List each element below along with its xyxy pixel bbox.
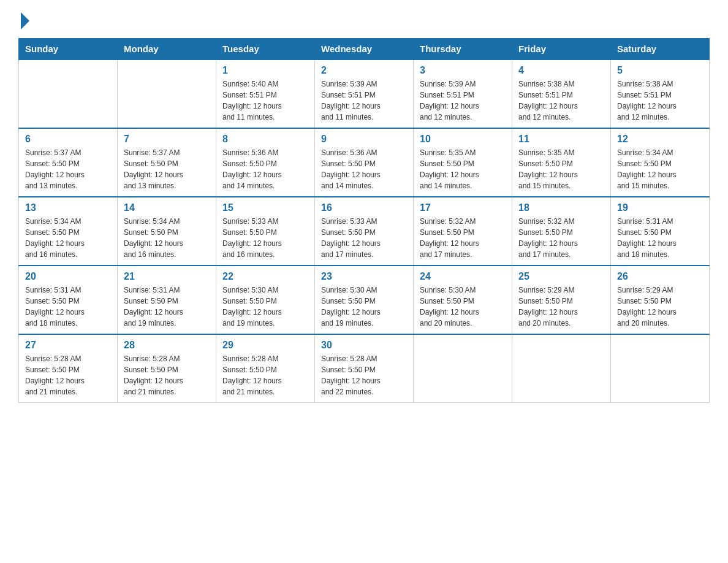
calendar-cell: 6Sunrise: 5:37 AMSunset: 5:50 PMDaylight… (19, 128, 118, 197)
calendar-cell: 19Sunrise: 5:31 AMSunset: 5:50 PMDayligh… (611, 197, 710, 266)
day-number: 21 (124, 271, 210, 282)
calendar-cell (118, 59, 216, 128)
day-number: 13 (25, 202, 111, 213)
day-info: Sunrise: 5:31 AMSunset: 5:50 PMDaylight:… (25, 285, 111, 329)
day-info: Sunrise: 5:30 AMSunset: 5:50 PMDaylight:… (420, 285, 506, 329)
calendar-cell: 27Sunrise: 5:28 AMSunset: 5:50 PMDayligh… (19, 334, 118, 403)
calendar-cell: 22Sunrise: 5:30 AMSunset: 5:50 PMDayligh… (216, 266, 315, 334)
day-info: Sunrise: 5:32 AMSunset: 5:50 PMDaylight:… (420, 216, 506, 260)
day-number: 3 (420, 65, 506, 76)
calendar-cell: 14Sunrise: 5:34 AMSunset: 5:50 PMDayligh… (118, 197, 216, 266)
day-number: 25 (518, 271, 604, 282)
day-info: Sunrise: 5:30 AMSunset: 5:50 PMDaylight:… (321, 285, 407, 329)
day-info: Sunrise: 5:38 AMSunset: 5:51 PMDaylight:… (518, 79, 604, 123)
day-info: Sunrise: 5:40 AMSunset: 5:51 PMDaylight:… (222, 79, 308, 123)
calendar-cell: 3Sunrise: 5:39 AMSunset: 5:51 PMDaylight… (414, 59, 512, 128)
calendar-cell: 8Sunrise: 5:36 AMSunset: 5:50 PMDaylight… (216, 128, 315, 197)
day-of-week-header: Sunday (19, 39, 118, 60)
calendar-cell: 12Sunrise: 5:34 AMSunset: 5:50 PMDayligh… (611, 128, 710, 197)
day-number: 4 (518, 65, 604, 76)
day-info: Sunrise: 5:35 AMSunset: 5:50 PMDaylight:… (420, 147, 506, 191)
day-info: Sunrise: 5:34 AMSunset: 5:50 PMDaylight:… (124, 216, 210, 260)
calendar-week-row: 1Sunrise: 5:40 AMSunset: 5:51 PMDaylight… (19, 59, 710, 128)
page-header (18, 12, 710, 32)
calendar-cell: 16Sunrise: 5:33 AMSunset: 5:50 PMDayligh… (315, 197, 414, 266)
day-number: 5 (617, 65, 703, 76)
day-of-week-header: Friday (512, 39, 611, 60)
day-number: 19 (617, 202, 703, 213)
calendar-cell: 13Sunrise: 5:34 AMSunset: 5:50 PMDayligh… (19, 197, 118, 266)
day-number: 24 (420, 271, 506, 282)
day-number: 17 (420, 202, 506, 213)
calendar-cell: 28Sunrise: 5:28 AMSunset: 5:50 PMDayligh… (118, 334, 216, 403)
calendar-week-row: 13Sunrise: 5:34 AMSunset: 5:50 PMDayligh… (19, 197, 710, 266)
day-info: Sunrise: 5:35 AMSunset: 5:50 PMDaylight:… (518, 147, 604, 191)
day-info: Sunrise: 5:29 AMSunset: 5:50 PMDaylight:… (617, 285, 703, 329)
day-info: Sunrise: 5:37 AMSunset: 5:50 PMDaylight:… (124, 147, 210, 191)
day-info: Sunrise: 5:29 AMSunset: 5:50 PMDaylight:… (518, 285, 604, 329)
calendar-cell: 10Sunrise: 5:35 AMSunset: 5:50 PMDayligh… (414, 128, 512, 197)
day-of-week-header: Monday (118, 39, 216, 60)
day-info: Sunrise: 5:34 AMSunset: 5:50 PMDaylight:… (25, 216, 111, 260)
day-info: Sunrise: 5:33 AMSunset: 5:50 PMDaylight:… (321, 216, 407, 260)
calendar-cell: 17Sunrise: 5:32 AMSunset: 5:50 PMDayligh… (414, 197, 512, 266)
day-number: 7 (124, 134, 210, 145)
calendar-cell: 7Sunrise: 5:37 AMSunset: 5:50 PMDaylight… (118, 128, 216, 197)
day-number: 29 (222, 340, 308, 351)
day-info: Sunrise: 5:28 AMSunset: 5:50 PMDaylight:… (25, 353, 111, 397)
day-info: Sunrise: 5:28 AMSunset: 5:50 PMDaylight:… (222, 353, 308, 397)
calendar-cell (414, 334, 512, 403)
day-number: 18 (518, 202, 604, 213)
day-info: Sunrise: 5:33 AMSunset: 5:50 PMDaylight:… (222, 216, 308, 260)
day-info: Sunrise: 5:28 AMSunset: 5:50 PMDaylight:… (124, 353, 210, 397)
calendar-cell: 2Sunrise: 5:39 AMSunset: 5:51 PMDaylight… (315, 59, 414, 128)
day-info: Sunrise: 5:39 AMSunset: 5:51 PMDaylight:… (420, 79, 506, 123)
calendar-cell: 9Sunrise: 5:36 AMSunset: 5:50 PMDaylight… (315, 128, 414, 197)
day-number: 26 (617, 271, 703, 282)
day-number: 14 (124, 202, 210, 213)
logo (18, 12, 29, 32)
day-number: 11 (518, 134, 604, 145)
day-number: 27 (25, 340, 111, 351)
day-info: Sunrise: 5:32 AMSunset: 5:50 PMDaylight:… (518, 216, 604, 260)
calendar-cell: 25Sunrise: 5:29 AMSunset: 5:50 PMDayligh… (512, 266, 611, 334)
day-number: 28 (124, 340, 210, 351)
day-number: 9 (321, 134, 407, 145)
day-info: Sunrise: 5:30 AMSunset: 5:50 PMDaylight:… (222, 285, 308, 329)
day-of-week-header: Saturday (611, 39, 710, 60)
calendar-cell: 18Sunrise: 5:32 AMSunset: 5:50 PMDayligh… (512, 197, 611, 266)
calendar-header-row: SundayMondayTuesdayWednesdayThursdayFrid… (19, 39, 710, 60)
calendar-cell: 24Sunrise: 5:30 AMSunset: 5:50 PMDayligh… (414, 266, 512, 334)
day-number: 10 (420, 134, 506, 145)
day-of-week-header: Wednesday (315, 39, 414, 60)
calendar-cell: 29Sunrise: 5:28 AMSunset: 5:50 PMDayligh… (216, 334, 315, 403)
calendar-cell: 20Sunrise: 5:31 AMSunset: 5:50 PMDayligh… (19, 266, 118, 334)
day-info: Sunrise: 5:31 AMSunset: 5:50 PMDaylight:… (124, 285, 210, 329)
day-number: 22 (222, 271, 308, 282)
day-info: Sunrise: 5:37 AMSunset: 5:50 PMDaylight:… (25, 147, 111, 191)
day-number: 23 (321, 271, 407, 282)
day-of-week-header: Tuesday (216, 39, 315, 60)
day-number: 1 (222, 65, 308, 76)
calendar-cell (19, 59, 118, 128)
calendar-cell: 26Sunrise: 5:29 AMSunset: 5:50 PMDayligh… (611, 266, 710, 334)
calendar-cell: 11Sunrise: 5:35 AMSunset: 5:50 PMDayligh… (512, 128, 611, 197)
day-number: 6 (25, 134, 111, 145)
day-number: 12 (617, 134, 703, 145)
day-number: 20 (25, 271, 111, 282)
day-number: 2 (321, 65, 407, 76)
calendar-cell: 15Sunrise: 5:33 AMSunset: 5:50 PMDayligh… (216, 197, 315, 266)
day-number: 15 (222, 202, 308, 213)
day-number: 16 (321, 202, 407, 213)
calendar-cell: 1Sunrise: 5:40 AMSunset: 5:51 PMDaylight… (216, 59, 315, 128)
calendar-cell: 5Sunrise: 5:38 AMSunset: 5:51 PMDaylight… (611, 59, 710, 128)
calendar-week-row: 20Sunrise: 5:31 AMSunset: 5:50 PMDayligh… (19, 266, 710, 334)
day-info: Sunrise: 5:34 AMSunset: 5:50 PMDaylight:… (617, 147, 703, 191)
calendar-cell: 30Sunrise: 5:28 AMSunset: 5:50 PMDayligh… (315, 334, 414, 403)
calendar-week-row: 27Sunrise: 5:28 AMSunset: 5:50 PMDayligh… (19, 334, 710, 403)
calendar-table: SundayMondayTuesdayWednesdayThursdayFrid… (18, 38, 710, 403)
day-info: Sunrise: 5:36 AMSunset: 5:50 PMDaylight:… (321, 147, 407, 191)
day-info: Sunrise: 5:39 AMSunset: 5:51 PMDaylight:… (321, 79, 407, 123)
day-info: Sunrise: 5:38 AMSunset: 5:51 PMDaylight:… (617, 79, 703, 123)
logo-arrow-icon (21, 12, 29, 29)
